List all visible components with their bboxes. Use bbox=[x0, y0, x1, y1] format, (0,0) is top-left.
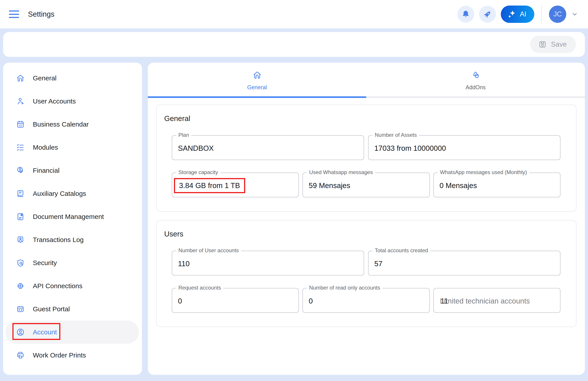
sidebar-item-document-management[interactable]: Document Management bbox=[3, 205, 142, 228]
home-icon bbox=[16, 74, 25, 83]
tab-general[interactable]: General bbox=[148, 63, 366, 96]
avatar[interactable]: JC bbox=[549, 5, 566, 23]
sidebar-item-modules[interactable]: Modules bbox=[3, 136, 142, 159]
tab-addons[interactable]: AddOns bbox=[366, 63, 585, 96]
ai-button-label: AI bbox=[520, 10, 526, 18]
active-tab-indicator bbox=[148, 96, 366, 98]
document-icon bbox=[16, 212, 25, 221]
chevron-down-icon[interactable] bbox=[571, 11, 578, 18]
home-icon bbox=[252, 70, 262, 80]
browser-code-icon bbox=[16, 305, 25, 314]
person-circle-icon bbox=[16, 328, 25, 336]
field-storage-capacity[interactable]: Storage capacity 3.84 GB from 1 TB bbox=[172, 173, 299, 197]
general-card-title: General bbox=[164, 114, 561, 123]
coin-dollar-icon bbox=[16, 166, 25, 175]
field-limited-technician-accounts[interactable]: 11 Limited technician accounts bbox=[433, 288, 561, 313]
users-card-title: Users bbox=[164, 230, 561, 238]
menu-hamburger-icon[interactable] bbox=[9, 10, 19, 18]
general-fields-row-1: Plan SANDBOX Number of Assets 17033 from… bbox=[172, 135, 561, 160]
sidebar-item-transactions-log[interactable]: Transactions Log bbox=[3, 228, 142, 251]
person-badge-icon bbox=[16, 235, 25, 244]
sidebar-item-account[interactable]: Account bbox=[5, 321, 139, 344]
chip-gear-icon bbox=[16, 282, 25, 291]
general-card: General Plan SANDBOX Number of Assets 17… bbox=[156, 105, 576, 212]
printer-icon bbox=[16, 351, 25, 360]
sidebar-item-general[interactable]: General bbox=[3, 67, 142, 90]
bell-icon bbox=[461, 10, 470, 19]
annotation-red-box: 3.84 GB from 1 TB bbox=[174, 178, 245, 193]
tab-content: General Plan SANDBOX Number of Assets 17… bbox=[148, 98, 585, 334]
general-fields-row-2: Storage capacity 3.84 GB from 1 TB Used … bbox=[172, 173, 561, 197]
field-plan[interactable]: Plan SANDBOX bbox=[172, 135, 364, 160]
rocket-icon bbox=[483, 10, 492, 19]
tab-addons-label: AddOns bbox=[465, 84, 485, 90]
header-divider bbox=[541, 5, 542, 23]
book-icon bbox=[16, 189, 25, 198]
users-card: Users Number of User accounts 110 Total … bbox=[156, 220, 576, 327]
field-number-of-assets[interactable]: Number of Assets 17033 from 10000000 bbox=[368, 135, 561, 160]
tab-underline bbox=[148, 96, 585, 98]
save-button-label: Save bbox=[551, 40, 567, 48]
field-request-accounts[interactable]: Request accounts 0 bbox=[172, 288, 299, 313]
page-title: Settings bbox=[28, 10, 54, 19]
shapes-icon bbox=[471, 70, 480, 80]
launch-button[interactable] bbox=[479, 6, 496, 23]
sidebar-item-guest-portal[interactable]: Guest Portal bbox=[3, 297, 142, 321]
settings-main-panel: General AddOns General bbox=[148, 63, 585, 375]
shield-search-icon bbox=[16, 258, 25, 267]
tab-bar: General AddOns bbox=[148, 63, 585, 96]
sidebar-item-user-accounts[interactable]: User Accounts bbox=[3, 90, 142, 113]
sidebar-item-financial[interactable]: Financial bbox=[3, 159, 142, 182]
sidebar-item-api-connections[interactable]: API Connections bbox=[3, 274, 142, 297]
field-whatsapp-messages-monthly[interactable]: WhatsApp messages used (Monthly) 0 Mensa… bbox=[433, 173, 561, 197]
floppy-disk-icon bbox=[538, 40, 547, 49]
users-fields-row-1: Number of User accounts 110 Total accoun… bbox=[172, 251, 561, 275]
sidebar-item-security[interactable]: Security bbox=[3, 251, 142, 274]
field-used-whatsapp-messages[interactable]: Used Whatsapp messages 59 Mensajes bbox=[302, 173, 430, 197]
sidebar-item-business-calendar[interactable]: Business Calendar bbox=[3, 113, 142, 136]
settings-sidebar: General User Accounts bbox=[3, 63, 142, 375]
ai-assistant-button[interactable]: AI bbox=[501, 5, 534, 23]
header-actions: AI JC bbox=[457, 5, 578, 23]
save-button[interactable]: Save bbox=[530, 36, 576, 53]
field-total-accounts-created[interactable]: Total accounts created 57 bbox=[368, 251, 561, 275]
sidebar-item-auxiliary-catalogs[interactable]: Auxiliary Catalogs bbox=[3, 182, 142, 205]
tab-general-label: General bbox=[247, 84, 267, 90]
content-area: General User Accounts bbox=[3, 63, 585, 375]
user-plus-icon bbox=[16, 97, 25, 106]
users-fields-row-2: Request accounts 0 Number of read only a… bbox=[172, 288, 561, 313]
sparkle-icon bbox=[506, 9, 516, 19]
save-toolbar: Save bbox=[3, 32, 585, 57]
notifications-button[interactable] bbox=[457, 6, 474, 23]
field-number-of-read-only-accounts[interactable]: Number of read only accounts 0 bbox=[302, 288, 430, 313]
checklist-icon bbox=[16, 143, 25, 152]
sidebar-item-work-order-prints[interactable]: Work Order Prints bbox=[3, 344, 142, 367]
app-header: Settings bbox=[0, 0, 588, 28]
field-number-of-user-accounts[interactable]: Number of User accounts 110 bbox=[172, 251, 364, 275]
calendar-icon bbox=[16, 120, 25, 129]
